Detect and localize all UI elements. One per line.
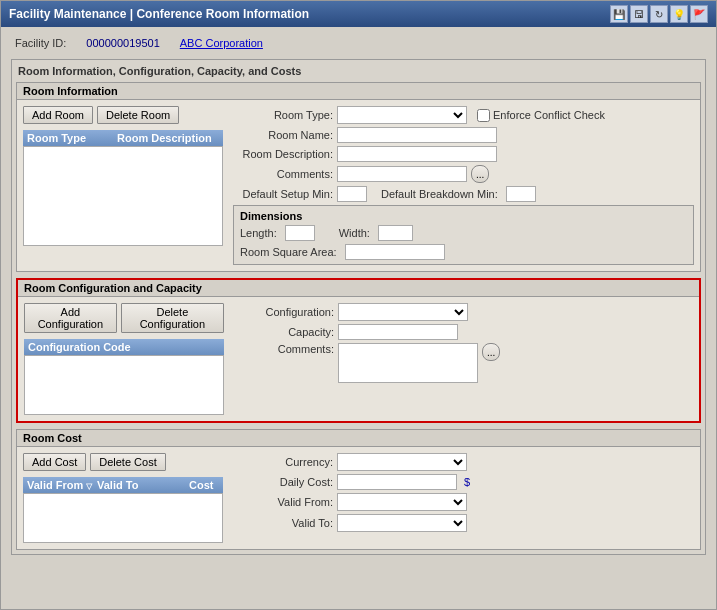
- currency-label: Currency:: [233, 456, 333, 468]
- config-code-col-header: Configuration Code: [28, 341, 131, 353]
- cost-title: Room Cost: [17, 430, 700, 447]
- save-icon[interactable]: 💾: [610, 5, 628, 23]
- title-bar: Facility Maintenance | Conference Room I…: [1, 1, 716, 27]
- page-title: Facility Maintenance | Conference Room I…: [9, 7, 309, 21]
- room-info-title: Room Information: [17, 83, 700, 100]
- config-left: Add Configuration Delete Configuration C…: [24, 303, 224, 415]
- room-name-input[interactable]: [337, 127, 497, 143]
- default-breakdown-label: Default Breakdown Min:: [381, 188, 498, 200]
- room-type-select[interactable]: [337, 106, 467, 124]
- room-desc-label: Room Description:: [233, 148, 333, 160]
- capacity-row: Capacity:: [234, 324, 693, 340]
- comments-row: Comments: ...: [233, 165, 694, 183]
- cost-valid-from-select[interactable]: [337, 493, 467, 511]
- cost-col-header: Cost: [189, 479, 219, 491]
- room-type-label: Room Type:: [233, 109, 333, 121]
- main-container: Facility Maintenance | Conference Room I…: [0, 0, 717, 610]
- room-desc-row: Room Description:: [233, 146, 694, 162]
- title-icon-group: 💾 🖫 ↻ 💡 🚩: [610, 5, 708, 23]
- config-right: Configuration: Capacity: Comments: ...: [234, 303, 693, 415]
- room-square-row: Room Square Area:: [240, 244, 687, 260]
- sort-icon: ▽: [86, 482, 92, 491]
- delete-cost-button[interactable]: Delete Cost: [90, 453, 165, 471]
- room-name-label: Room Name:: [233, 129, 333, 141]
- length-input[interactable]: [285, 225, 315, 241]
- enforce-conflict-label: Enforce Conflict Check: [493, 109, 605, 121]
- refresh-icon[interactable]: ↻: [650, 5, 668, 23]
- facility-id-value: 000000019501: [86, 37, 159, 49]
- delete-room-button[interactable]: Delete Room: [97, 106, 179, 124]
- save2-icon[interactable]: 🖫: [630, 5, 648, 23]
- cost-valid-to-select[interactable]: [337, 514, 467, 532]
- cost-list-area: [23, 493, 223, 543]
- default-breakdown-input[interactable]: [506, 186, 536, 202]
- bulb-icon[interactable]: 💡: [670, 5, 688, 23]
- facility-row: Facility ID: 000000019501 ABC Corporatio…: [11, 35, 706, 51]
- dollar-sign: $: [464, 476, 470, 488]
- room-info-panel: Room Information Add Room Delete Room Ro…: [16, 82, 701, 272]
- outer-section: Room Information, Configuration, Capacit…: [11, 59, 706, 555]
- content-area: Facility ID: 000000019501 ABC Corporatio…: [1, 27, 716, 569]
- room-info-content: Add Room Delete Room Room Type Room Desc…: [17, 100, 700, 271]
- setup-breakdown-row: Default Setup Min: Default Breakdown Min…: [233, 186, 694, 202]
- room-desc-col-header: Room Description: [117, 132, 219, 144]
- comments-input[interactable]: [337, 166, 467, 182]
- currency-row: Currency:: [233, 453, 694, 471]
- room-list-area: [23, 146, 223, 246]
- room-info-right: Room Type: Enforce Conflict Check Room N…: [233, 106, 694, 265]
- room-col-headers: Room Type Room Description: [23, 130, 223, 146]
- config-comments-textarea[interactable]: [338, 343, 478, 383]
- valid-from-col-header: Valid From ▽: [27, 479, 97, 491]
- dimensions-length-row: Length: Width:: [240, 225, 687, 241]
- room-square-input[interactable]: [345, 244, 445, 260]
- room-square-label: Room Square Area:: [240, 246, 337, 258]
- cost-left: Add Cost Delete Cost Valid From ▽ Valid …: [23, 453, 223, 543]
- length-label: Length:: [240, 227, 277, 239]
- outer-section-title: Room Information, Configuration, Capacit…: [16, 64, 701, 78]
- capacity-input[interactable]: [338, 324, 458, 340]
- daily-cost-label: Daily Cost:: [233, 476, 333, 488]
- room-buttons: Add Room Delete Room: [23, 106, 223, 124]
- cost-buttons: Add Cost Delete Cost: [23, 453, 223, 471]
- flag-icon[interactable]: 🚩: [690, 5, 708, 23]
- delete-configuration-button[interactable]: Delete Configuration: [121, 303, 224, 333]
- capacity-label: Capacity:: [234, 326, 334, 338]
- room-type-row: Room Type: Enforce Conflict Check: [233, 106, 694, 124]
- config-panel: Room Configuration and Capacity Add Conf…: [16, 278, 701, 423]
- daily-cost-row: Daily Cost: $: [233, 474, 694, 490]
- config-col-headers: Configuration Code: [24, 339, 224, 355]
- config-buttons: Add Configuration Delete Configuration: [24, 303, 224, 333]
- enforce-conflict-checkbox[interactable]: [477, 109, 490, 122]
- add-room-button[interactable]: Add Room: [23, 106, 93, 124]
- config-select-row: Configuration:: [234, 303, 693, 321]
- cost-valid-from-row: Valid From:: [233, 493, 694, 511]
- cost-valid-to-label: Valid To:: [233, 517, 333, 529]
- config-list-area: [24, 355, 224, 415]
- room-desc-input[interactable]: [337, 146, 497, 162]
- facility-id-label: Facility ID:: [15, 37, 66, 49]
- valid-to-col-header: Valid To: [97, 479, 189, 491]
- cost-content: Add Cost Delete Cost Valid From ▽ Valid …: [17, 447, 700, 549]
- facility-link[interactable]: ABC Corporation: [180, 37, 263, 49]
- cost-panel: Room Cost Add Cost Delete Cost Valid Fro…: [16, 429, 701, 550]
- cost-col-headers: Valid From ▽ Valid To Cost: [23, 477, 223, 493]
- comments-ellipsis-btn[interactable]: ...: [471, 165, 489, 183]
- add-cost-button[interactable]: Add Cost: [23, 453, 86, 471]
- config-select[interactable]: [338, 303, 468, 321]
- add-configuration-button[interactable]: Add Configuration: [24, 303, 117, 333]
- room-name-row: Room Name:: [233, 127, 694, 143]
- width-label: Width:: [339, 227, 370, 239]
- default-setup-input[interactable]: [337, 186, 367, 202]
- currency-select[interactable]: [337, 453, 467, 471]
- daily-cost-input[interactable]: [337, 474, 457, 490]
- dimensions-box: Dimensions Length: Width: Room Square Ar…: [233, 205, 694, 265]
- config-comments-ellipsis-btn[interactable]: ...: [482, 343, 500, 361]
- room-info-left: Add Room Delete Room Room Type Room Desc…: [23, 106, 223, 265]
- cost-valid-to-row: Valid To:: [233, 514, 694, 532]
- cost-right: Currency: Daily Cost: $ Valid From:: [233, 453, 694, 543]
- config-title: Room Configuration and Capacity: [18, 280, 699, 297]
- config-comments-label: Comments:: [234, 343, 334, 355]
- cost-valid-from-label: Valid From:: [233, 496, 333, 508]
- width-input[interactable]: [378, 225, 413, 241]
- default-setup-label: Default Setup Min:: [233, 188, 333, 200]
